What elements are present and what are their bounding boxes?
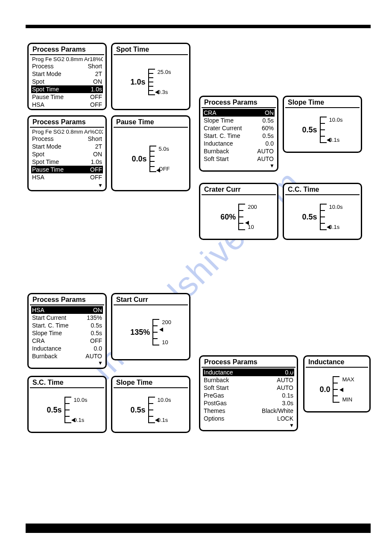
pointer-icon — [339, 388, 343, 392]
param-row[interactable]: HSAOFF — [31, 173, 103, 181]
param-row[interactable]: ProcessShort — [31, 62, 103, 70]
param-value: OFF — [90, 93, 102, 101]
param-row[interactable]: ProcessShort — [31, 135, 103, 143]
slope-time-panel-1: Slope Time 0.5s 10.0s 0.1s — [283, 96, 362, 153]
scale-min: 0.1s — [329, 224, 343, 230]
param-row[interactable]: Inductance0.0 — [203, 140, 275, 147]
param-value: 1.0s — [91, 85, 102, 93]
param-label: Burnback — [32, 352, 57, 360]
param-label: Spot Time — [32, 158, 59, 166]
param-row[interactable]: Start Current135% — [31, 314, 103, 322]
param-label: Start Mode — [32, 70, 61, 78]
panel-title: Spot Time — [114, 45, 188, 55]
scale-min: 0.3s — [158, 89, 171, 95]
pointer-icon — [327, 138, 331, 142]
scale-ruler — [148, 69, 156, 95]
param-row[interactable]: ThemesBlack/White — [203, 407, 294, 415]
panel-title: Pause Time — [114, 117, 188, 128]
scale-value: 60% — [220, 213, 236, 222]
scale-ruler — [149, 146, 157, 172]
param-row[interactable]: CRAON — [203, 109, 275, 117]
param-row[interactable]: Inductance0.0 — [31, 345, 103, 352]
pointer-icon — [155, 90, 159, 94]
param-row[interactable]: SpotON — [31, 150, 103, 158]
param-row[interactable]: Spot Time1.0s — [31, 85, 103, 93]
param-label: Spot — [32, 150, 44, 158]
scale-min: 0.1s — [158, 417, 171, 423]
param-row[interactable]: Slope Time0.5s — [31, 329, 103, 337]
param-row[interactable]: SpotON — [31, 78, 103, 85]
param-value: AUTO — [277, 384, 293, 392]
param-value: Short — [88, 62, 102, 70]
param-row[interactable]: BurnbackAUTO — [203, 147, 275, 155]
param-value: 0.0 — [266, 140, 274, 147]
param-row[interactable]: Start Mode2T — [31, 70, 103, 78]
param-label: CRA — [204, 109, 216, 117]
process-params-panel-3: Process Params CRAON Slope Time0.5s Crat… — [199, 96, 278, 172]
param-value: 0.5s — [263, 132, 274, 140]
param-row[interactable]: Start. C. Time0.5s — [203, 132, 275, 140]
param-value: OFF — [90, 166, 102, 173]
chevron-down-icon: ▼ — [98, 360, 103, 366]
param-row[interactable]: BurnbackAUTO — [31, 352, 103, 360]
param-row[interactable]: Soft StartAUTO — [203, 384, 294, 392]
param-label: Inductance — [32, 345, 61, 352]
scale-value: 0.5s — [47, 406, 62, 415]
chevron-down-icon: ▼ — [269, 163, 275, 169]
param-value: AUTO — [85, 352, 102, 360]
param-row[interactable]: HSAOFF — [31, 101, 103, 108]
param-row[interactable]: Spot Time1.0s — [31, 158, 103, 166]
param-label: PostGas — [204, 399, 227, 407]
param-label: PreGas — [204, 392, 224, 399]
param-label: HSA — [32, 101, 44, 108]
bottom-rule — [26, 524, 371, 533]
panel-title: Slope Time — [114, 378, 188, 388]
param-label: Inductance — [204, 369, 233, 376]
param-label: Options — [204, 415, 224, 422]
param-value: AUTO — [257, 147, 274, 155]
scale-max: 10.0s — [329, 204, 343, 210]
param-label: CRA — [32, 337, 45, 345]
param-row[interactable]: Start Mode2T — [31, 143, 103, 150]
param-row[interactable]: Start. C. Time0.5s — [31, 322, 103, 329]
scale-value: 1.0s — [131, 78, 146, 87]
param-label: Soft Start — [204, 155, 228, 163]
param-row[interactable]: BurnbackAUTO — [203, 376, 294, 384]
param-label: Start. C. Time — [204, 132, 240, 140]
scale-ruler — [238, 204, 246, 230]
param-row[interactable]: Pause TimeOFF — [31, 166, 103, 173]
param-label: Slope Time — [32, 329, 62, 337]
param-row[interactable]: Soft StartAUTO — [203, 155, 275, 163]
param-row[interactable]: OptionsLOCK — [203, 415, 294, 422]
param-value: 2T — [95, 70, 102, 78]
param-row[interactable]: PreGas0.1s — [203, 392, 294, 399]
param-row[interactable]: Inductance0.0 — [203, 369, 294, 376]
param-value: 0.5s — [263, 117, 274, 124]
param-row[interactable]: Crater Current60% — [203, 124, 275, 132]
scale-ruler — [320, 204, 328, 230]
cc-time-panel: C.C. Time 0.5s 10.0s 0.1s — [283, 183, 362, 240]
param-label: Inductance — [204, 140, 233, 147]
top-rule — [26, 25, 371, 28]
param-row[interactable]: Pause TimeOFF — [31, 93, 103, 101]
param-value: 1.0s — [91, 158, 102, 166]
panel-title: S.C. Time — [30, 378, 104, 388]
scale-max: 10.0s — [158, 397, 171, 403]
param-row[interactable]: CRAOFF — [31, 337, 103, 345]
crater-curr-panel: Crater Curr 60% 200 10 — [199, 183, 278, 240]
panel-title: Crater Curr — [202, 185, 276, 195]
param-row[interactable]: Slope Time0.5s — [203, 117, 275, 124]
start-curr-panel: Start Curr 135% 200 10 — [111, 293, 190, 360]
panel-title: C.C. Time — [285, 185, 360, 195]
chevron-up-icon: ▲ — [269, 107, 275, 113]
param-row[interactable]: HSAON — [31, 306, 103, 314]
scale-value: 0.5s — [302, 126, 317, 135]
scale-ruler — [333, 376, 340, 403]
param-value: Short — [88, 135, 102, 143]
param-value: 0.5s — [91, 322, 102, 329]
param-label: Process — [32, 62, 54, 70]
process-params-panel-2: Process Params Prog Fe SG2 0.8mm Ar%C02 … — [27, 115, 107, 191]
param-label: HSA — [32, 173, 44, 181]
param-row[interactable]: PostGas3.0s — [203, 399, 294, 407]
scale-min: OFF — [159, 166, 170, 172]
